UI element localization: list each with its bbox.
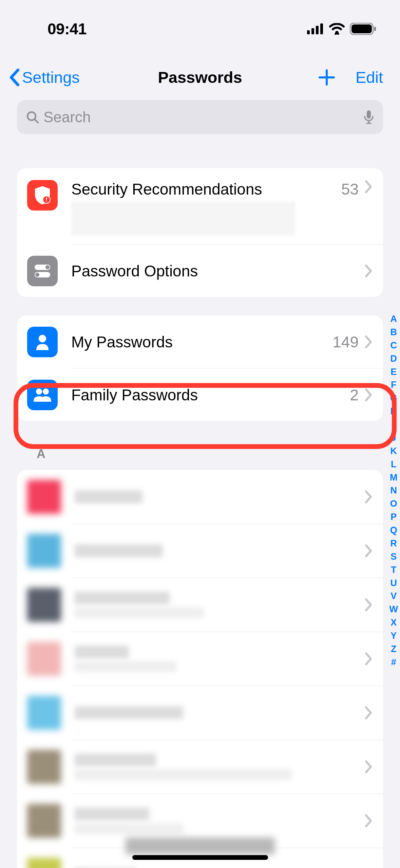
- cellular-signal-icon: [307, 23, 324, 34]
- row-title: My Passwords: [71, 333, 332, 351]
- redacted-content: [75, 754, 365, 780]
- redacted-content: [75, 592, 365, 618]
- index-letter[interactable]: A: [391, 312, 397, 326]
- index-letter[interactable]: W: [389, 603, 398, 616]
- svg-point-17: [36, 388, 42, 395]
- site-icon: [27, 804, 61, 838]
- index-letter[interactable]: B: [391, 326, 397, 339]
- index-letter[interactable]: M: [390, 471, 398, 484]
- redacted-content: [75, 646, 365, 672]
- page-title: Passwords: [158, 68, 242, 87]
- family-passwords-row[interactable]: Family Passwords 2: [17, 368, 383, 421]
- index-letter[interactable]: F: [391, 378, 397, 392]
- index-letter[interactable]: D: [391, 352, 397, 365]
- index-letter[interactable]: G: [390, 392, 397, 405]
- chevron-right-icon: [365, 388, 373, 402]
- index-letter[interactable]: X: [391, 616, 397, 629]
- battery-icon: [350, 23, 376, 35]
- index-letter[interactable]: I: [393, 418, 395, 431]
- redacted-content: [75, 808, 365, 834]
- index-letter[interactable]: N: [391, 484, 397, 497]
- status-icons: [307, 23, 376, 35]
- row-count: 53: [341, 180, 359, 198]
- svg-point-13: [45, 265, 50, 269]
- site-icon: [27, 642, 61, 676]
- svg-rect-2: [316, 26, 319, 34]
- index-letter[interactable]: H: [391, 405, 397, 418]
- svg-point-16: [39, 335, 46, 342]
- navigation-bar: Settings Passwords Edit: [0, 48, 400, 97]
- site-icon: [27, 534, 61, 568]
- index-bar[interactable]: ABCDEFGHIJKLMNOPQRSTUVWXYZ#: [389, 312, 398, 669]
- svg-point-18: [43, 388, 49, 395]
- index-letter[interactable]: V: [391, 590, 397, 603]
- list-item[interactable]: [17, 686, 383, 740]
- index-letter[interactable]: C: [391, 339, 397, 352]
- svg-rect-1: [311, 28, 314, 34]
- chevron-right-icon: [365, 264, 373, 278]
- index-letter[interactable]: U: [391, 577, 397, 590]
- row-content: Family Passwords: [71, 386, 350, 404]
- row-content: Password Options: [71, 262, 365, 280]
- edit-button[interactable]: Edit: [356, 68, 383, 87]
- home-indicator[interactable]: [132, 855, 268, 860]
- groups-section: My Passwords 149 Family Passwords 2: [17, 315, 383, 421]
- list-item[interactable]: [17, 470, 383, 524]
- chevron-right-icon: [365, 598, 373, 612]
- wifi-icon: [329, 23, 345, 35]
- index-letter[interactable]: P: [391, 510, 397, 524]
- section-header: A: [37, 447, 383, 461]
- security-recommendations-row[interactable]: Security Recommendations 53: [17, 168, 383, 244]
- svg-rect-10: [367, 110, 371, 119]
- list-item[interactable]: [17, 632, 383, 686]
- index-letter[interactable]: S: [391, 550, 397, 563]
- site-icon: [27, 480, 61, 514]
- site-icon: [27, 750, 61, 784]
- list-item[interactable]: [17, 578, 383, 632]
- row-count: 149: [332, 333, 359, 351]
- index-letter[interactable]: #: [391, 656, 396, 669]
- chevron-right-icon: [365, 760, 373, 774]
- settings-section: Security Recommendations 53 Password Opt…: [17, 168, 383, 297]
- password-options-row[interactable]: Password Options: [17, 245, 383, 297]
- site-icon: [27, 588, 61, 622]
- index-letter[interactable]: Y: [391, 629, 397, 643]
- status-bar: 09:41: [0, 0, 400, 48]
- back-label: Settings: [22, 68, 80, 87]
- index-letter[interactable]: Z: [391, 643, 397, 656]
- chevron-left-icon: [8, 69, 21, 86]
- microphone-icon[interactable]: [363, 110, 374, 125]
- list-item[interactable]: [17, 740, 383, 794]
- redacted-content: [75, 706, 365, 719]
- chevron-right-icon: [365, 490, 373, 504]
- index-letter[interactable]: O: [390, 497, 397, 510]
- person-icon: [27, 327, 58, 357]
- index-letter[interactable]: L: [391, 458, 397, 471]
- my-passwords-row[interactable]: My Passwords 149: [17, 315, 383, 368]
- chevron-right-icon: [365, 544, 373, 558]
- list-item[interactable]: [17, 524, 383, 578]
- index-letter[interactable]: R: [391, 537, 397, 550]
- row-title: Password Options: [71, 262, 365, 280]
- index-letter[interactable]: Q: [390, 524, 397, 537]
- row-content: Security Recommendations: [71, 180, 341, 236]
- svg-rect-0: [307, 30, 310, 34]
- index-letter[interactable]: E: [391, 365, 397, 379]
- index-letter[interactable]: K: [391, 445, 397, 458]
- back-button[interactable]: Settings: [8, 68, 80, 87]
- row-title: Family Passwords: [71, 386, 350, 404]
- index-letter[interactable]: T: [391, 563, 397, 577]
- svg-point-4: [335, 31, 339, 34]
- svg-point-15: [35, 273, 39, 277]
- svg-line-9: [35, 119, 38, 123]
- add-button[interactable]: [318, 69, 335, 86]
- site-icon: [27, 858, 61, 868]
- row-count: 2: [350, 386, 359, 404]
- chevron-right-icon: [365, 706, 373, 720]
- chevron-right-icon: [365, 652, 373, 666]
- chevron-right-icon: [365, 335, 373, 349]
- search-input[interactable]: [43, 109, 363, 126]
- search-icon: [26, 110, 39, 124]
- search-bar[interactable]: [17, 100, 383, 134]
- index-letter[interactable]: J: [391, 431, 396, 445]
